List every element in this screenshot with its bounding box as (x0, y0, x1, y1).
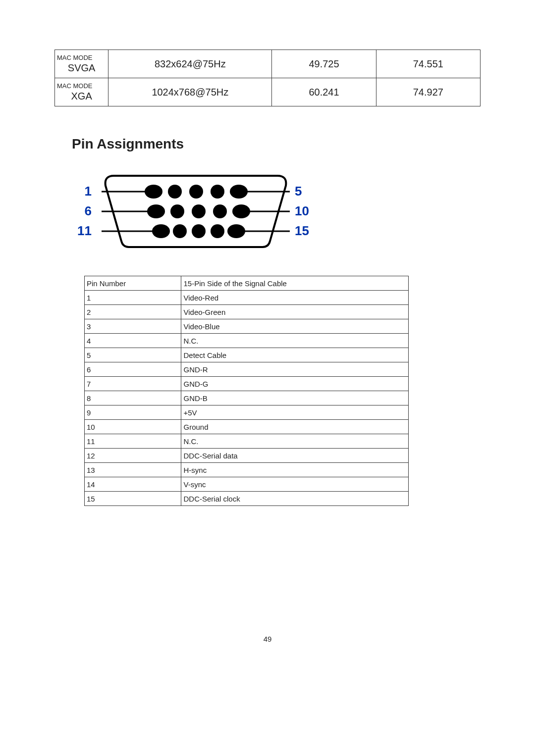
svg-point-5 (147, 204, 165, 218)
pin-num: 5 (85, 348, 181, 362)
pin-desc: GND-R (181, 362, 409, 377)
svg-point-4 (230, 185, 248, 199)
pin-num: 8 (85, 391, 181, 405)
mode-value-1: 60.241 (272, 78, 376, 106)
connector-diagram: 1 6 11 5 10 15 (72, 167, 495, 256)
pin-num: 14 (85, 477, 181, 492)
pin-row: 7GND-G (85, 377, 409, 391)
pin-assignments-heading: Pin Assignments (72, 136, 495, 152)
pin-num: 9 (85, 405, 181, 420)
svg-point-8 (213, 204, 227, 218)
pin-num: 6 (85, 362, 181, 377)
pin-num: 11 (85, 434, 181, 449)
pin-desc: GND-B (181, 391, 409, 405)
mode-resolution: 1024x768@75Hz (108, 78, 272, 106)
mode-mac: MAC MODE (57, 54, 106, 61)
svg-point-10 (152, 224, 170, 238)
svg-point-13 (211, 224, 224, 238)
pin-table: Pin Number 15-Pin Side of the Signal Cab… (84, 276, 409, 506)
mode-row: MAC MODE SVGA 832x624@75Hz 49.725 74.551 (55, 50, 481, 78)
pin-row: 12DDC-Serial data (85, 449, 409, 463)
pin-desc: DDC-Serial data (181, 449, 409, 463)
pin-desc: V-sync (181, 477, 409, 492)
pin-num: 10 (85, 420, 181, 434)
pin-label-right-5: 5 (295, 184, 302, 199)
svg-point-9 (232, 204, 250, 218)
pin-row: 2Video-Green (85, 305, 409, 319)
mode-name: XGA (57, 91, 106, 102)
pin-row: 5Detect Cable (85, 348, 409, 362)
pin-row: 15DDC-Serial clock (85, 492, 409, 506)
pin-num: 4 (85, 334, 181, 348)
mode-mac: MAC MODE (57, 82, 106, 90)
pin-label-left-6: 6 (85, 203, 92, 218)
svg-point-0 (145, 185, 162, 199)
pin-desc: Ground (181, 420, 409, 434)
pin-row: 4N.C. (85, 334, 409, 348)
pin-table-header-row: Pin Number 15-Pin Side of the Signal Cab… (85, 276, 409, 291)
pin-header-num: Pin Number (85, 276, 181, 291)
pin-row: 3Video-Blue (85, 319, 409, 334)
pin-desc: Detect Cable (181, 348, 409, 362)
pin-label-left-1: 1 (85, 184, 92, 199)
svg-point-2 (189, 185, 203, 199)
pin-desc: N.C. (181, 434, 409, 449)
page-number: 49 (40, 635, 495, 643)
pin-label-right-15: 15 (295, 223, 309, 238)
pin-label-right-10: 10 (295, 203, 309, 218)
svg-point-7 (192, 204, 206, 218)
pin-num: 15 (85, 492, 181, 506)
pin-desc: N.C. (181, 334, 409, 348)
pin-desc: Video-Red (181, 291, 409, 305)
pin-desc: DDC-Serial clock (181, 492, 409, 506)
pin-desc: Video-Green (181, 305, 409, 319)
pin-desc: Video-Blue (181, 319, 409, 334)
mode-name: SVGA (57, 62, 106, 74)
pin-num: 13 (85, 463, 181, 477)
pin-row: 9+5V (85, 405, 409, 420)
pin-num: 7 (85, 377, 181, 391)
mode-row: MAC MODE XGA 1024x768@75Hz 60.241 74.927 (55, 78, 481, 106)
mode-table: MAC MODE SVGA 832x624@75Hz 49.725 74.551… (54, 50, 481, 106)
pin-row: 11N.C. (85, 434, 409, 449)
mode-resolution: 832x624@75Hz (108, 50, 272, 78)
pin-desc: GND-G (181, 377, 409, 391)
pin-row: 14V-sync (85, 477, 409, 492)
svg-point-11 (173, 224, 187, 238)
pin-label-left-11: 11 (77, 223, 92, 238)
svg-point-12 (192, 224, 206, 238)
pin-desc: +5V (181, 405, 409, 420)
pin-header-desc: 15-Pin Side of the Signal Cable (181, 276, 409, 291)
pin-row: 8GND-B (85, 391, 409, 405)
mode-value-1: 49.725 (272, 50, 376, 78)
pin-num: 3 (85, 319, 181, 334)
pin-num: 2 (85, 305, 181, 319)
pin-num: 1 (85, 291, 181, 305)
mode-value-2: 74.551 (376, 50, 480, 78)
mode-value-2: 74.927 (376, 78, 480, 106)
pin-row: 13H-sync (85, 463, 409, 477)
pin-desc: H-sync (181, 463, 409, 477)
pin-row: 6GND-R (85, 362, 409, 377)
svg-point-3 (211, 185, 224, 199)
svg-point-6 (170, 204, 184, 218)
pin-row: 1Video-Red (85, 291, 409, 305)
pin-num: 12 (85, 449, 181, 463)
pin-row: 10Ground (85, 420, 409, 434)
svg-point-14 (227, 224, 245, 238)
svg-point-1 (168, 185, 182, 199)
